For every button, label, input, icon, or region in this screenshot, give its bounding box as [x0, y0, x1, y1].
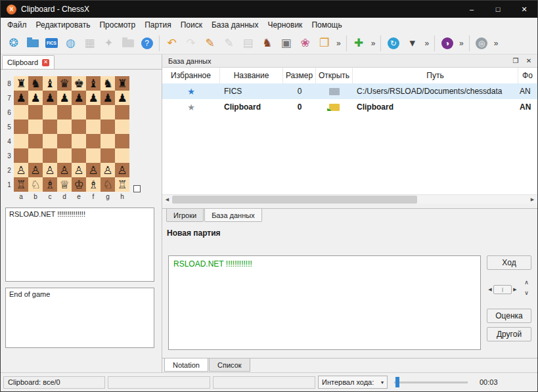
square-f6[interactable] — [86, 105, 101, 120]
square-h6[interactable] — [115, 105, 129, 120]
square-g4[interactable] — [101, 134, 115, 148]
square-g2[interactable]: ♙ — [101, 163, 115, 177]
rotate-caret-icon[interactable]: ▾ — [403, 34, 422, 53]
square-g5[interactable] — [101, 120, 115, 134]
square-a3[interactable] — [14, 148, 28, 163]
square-g6[interactable] — [101, 105, 115, 120]
square-a2[interactable]: ♙ — [14, 163, 28, 177]
slider-thumb[interactable]: | — [493, 285, 512, 294]
square-h1[interactable]: ♖ — [115, 177, 129, 192]
square-e8[interactable]: ♚ — [72, 76, 86, 91]
square-d4[interactable] — [57, 134, 72, 148]
tab-list[interactable]: Список — [209, 359, 250, 372]
square-f5[interactable] — [86, 120, 101, 134]
stamp-icon[interactable]: ▤ — [238, 34, 258, 53]
menu-file[interactable]: Файл — [3, 18, 32, 32]
menu-draft[interactable]: Черновик — [263, 18, 307, 32]
col-header-name[interactable]: Название — [220, 68, 283, 83]
square-b1[interactable]: ♘ — [28, 177, 43, 192]
menu-game[interactable]: Партия — [140, 18, 175, 32]
square-a1[interactable]: ♖ — [14, 177, 28, 192]
square-a5[interactable] — [14, 120, 28, 134]
annotation-box[interactable]: RSLOAD.NET !!!!!!!!!!!!!! — [5, 207, 154, 282]
web-database-icon[interactable]: ◍ — [61, 34, 80, 53]
close-tab-icon[interactable]: ✕ — [42, 59, 49, 66]
bell-icon[interactable]: ✦ — [99, 34, 118, 53]
col-header-open[interactable]: Открыть — [316, 68, 353, 83]
close-button[interactable]: ✕ — [511, 1, 537, 18]
paste-icon[interactable]: ❐ — [315, 34, 334, 53]
square-f4[interactable] — [86, 134, 101, 148]
col-header-favorite[interactable]: Избранное — [162, 68, 220, 83]
scroll-left-icon[interactable]: ◀ — [162, 197, 172, 202]
endgame-box[interactable]: End of game — [5, 288, 154, 348]
tab-database[interactable]: База данных — [204, 209, 262, 222]
square-c4[interactable] — [43, 134, 57, 148]
toolbar-overflow-icon[interactable]: » — [422, 39, 432, 48]
square-h7[interactable]: ♟ — [115, 91, 129, 105]
square-d7[interactable]: ♟ — [57, 91, 72, 105]
square-c6[interactable] — [43, 105, 57, 120]
square-e4[interactable] — [72, 134, 86, 148]
fics-icon[interactable]: FICS — [42, 34, 61, 53]
square-f8[interactable]: ♝ — [86, 76, 101, 91]
undock-icon[interactable]: ❐ — [511, 57, 520, 64]
move-slider[interactable]: ◀ | ▶ — [487, 284, 518, 294]
spin-down-icon[interactable]: ∨ — [522, 288, 531, 297]
tab-players[interactable]: Игроки — [166, 209, 204, 222]
square-d5[interactable] — [57, 120, 72, 134]
rotate-icon[interactable]: ↻ — [384, 34, 403, 53]
table-row-clipboard[interactable]: ★Clipboard0▶ClipboardAN — [162, 99, 537, 115]
tab-clipboard[interactable]: Clipboard ✕ — [2, 55, 55, 69]
square-a7[interactable]: ♟ — [14, 91, 28, 105]
slider-right-icon[interactable]: ▶ — [512, 287, 518, 292]
undo-icon[interactable]: ↶ — [162, 34, 181, 53]
square-e6[interactable] — [72, 105, 86, 120]
square-c5[interactable] — [43, 120, 57, 134]
new-database-icon[interactable]: ❂ — [4, 34, 23, 53]
open-database-icon[interactable] — [23, 34, 42, 53]
camera-icon[interactable]: ▣ — [277, 34, 296, 53]
square-g3[interactable] — [101, 148, 115, 163]
menu-help[interactable]: Помощь — [307, 18, 346, 32]
scroll-track[interactable] — [172, 196, 527, 204]
redo-icon[interactable]: ↷ — [181, 34, 200, 53]
square-f7[interactable]: ♟ — [86, 91, 101, 105]
square-a8[interactable]: ♜ — [14, 76, 28, 91]
col-header-size[interactable]: Размер — [283, 68, 316, 83]
square-b6[interactable] — [28, 105, 43, 120]
square-e3[interactable] — [72, 148, 86, 163]
square-f3[interactable] — [86, 148, 101, 163]
evaluation-button[interactable]: Оценка — [487, 309, 531, 323]
scroll-right-icon[interactable]: ▶ — [527, 197, 537, 202]
square-b8[interactable]: ♞ — [28, 76, 43, 91]
move-button[interactable]: Ход — [487, 255, 531, 270]
horizontal-scrollbar[interactable]: ◀ ▶ — [162, 194, 537, 204]
menu-database[interactable]: База данных — [207, 18, 263, 32]
square-b7[interactable]: ♟ — [28, 91, 43, 105]
toolbar-overflow-icon[interactable]: » — [369, 39, 378, 48]
help-icon[interactable]: ? — [137, 34, 156, 53]
picture-icon[interactable]: ❀ — [296, 34, 315, 53]
tab-notation[interactable]: Notation — [164, 359, 208, 372]
interval-slider[interactable] — [394, 376, 468, 389]
square-h3[interactable] — [115, 148, 129, 163]
square-e2[interactable]: ♙ — [72, 163, 86, 177]
square-a4[interactable] — [14, 134, 28, 148]
favorite-star-icon[interactable]: ★ — [187, 103, 195, 112]
square-d2[interactable]: ♙ — [57, 163, 72, 177]
square-f1[interactable]: ♗ — [86, 177, 101, 192]
square-h5[interactable] — [115, 120, 129, 134]
col-header-format[interactable]: Фо — [518, 68, 537, 83]
menu-view[interactable]: Просмотр — [95, 18, 140, 32]
square-e7[interactable]: ♟ — [72, 91, 86, 105]
menu-search[interactable]: Поиск — [176, 18, 207, 32]
square-c2[interactable]: ♙ — [43, 163, 57, 177]
toolbar-overflow-icon[interactable]: » — [457, 39, 466, 48]
other-button[interactable]: Другой — [487, 327, 531, 341]
square-g1[interactable]: ♘ — [101, 177, 115, 192]
square-g8[interactable]: ♞ — [101, 76, 115, 91]
square-c1[interactable]: ♗ — [43, 177, 57, 192]
minimize-button[interactable]: – — [459, 1, 485, 18]
square-c8[interactable]: ♝ — [43, 76, 57, 91]
